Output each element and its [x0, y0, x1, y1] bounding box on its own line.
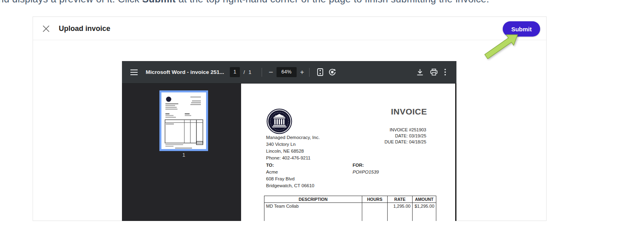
thumbnail-sidebar: 1 [122, 84, 241, 221]
company-address-line1: 340 Victory Ln [266, 141, 320, 148]
fit-page-icon[interactable] [317, 68, 323, 76]
invoice-page: Managed Democracy, Inc. 340 Victory Ln L… [241, 84, 456, 221]
page-total: 1 [248, 70, 251, 75]
zoom-in-button[interactable]: + [300, 69, 304, 76]
invoice-number: INVOICE #251903 [384, 127, 426, 133]
invoice-title: INVOICE [391, 107, 427, 117]
table-row: MD Team Collab 1,295.00 $1,295.00 [264, 203, 436, 221]
header-amount: AMOUNT [413, 196, 436, 203]
zoom-out-button[interactable]: − [268, 68, 273, 76]
zoom-level-input[interactable]: 64% [277, 67, 297, 77]
page-separator: / [244, 70, 245, 75]
header-hours: HOURS [362, 196, 388, 203]
company-name: Managed Democracy, Inc. [266, 134, 320, 141]
company-info: Managed Democracy, Inc. 340 Victory Ln L… [266, 134, 320, 161]
instruction-post: at the top right-hand corner of the page… [175, 0, 489, 4]
invoice-line-items-table: DESCRIPTION HOURS RATE AMOUNT MD Team Co… [264, 196, 436, 221]
thumbnail-page-preview [161, 92, 206, 149]
menu-icon[interactable] [130, 70, 138, 75]
document-title: Microsoft Word - invoice 251... [146, 61, 224, 83]
download-icon[interactable] [417, 69, 423, 76]
upload-invoice-modal: Upload invoice Submit Microsoft Word - i… [33, 16, 547, 221]
modal-header: Upload invoice Submit [33, 17, 546, 40]
for-value: PO#PO1539 [353, 169, 379, 176]
page-thumbnail[interactable] [159, 90, 208, 151]
company-logo [266, 108, 292, 134]
cell-amount: $1,295.00 [413, 203, 436, 221]
pdf-viewer: Microsoft Word - invoice 251... 1 / 1 − … [122, 61, 456, 221]
instruction-text: nd displays a preview of it. Click Submi… [0, 0, 489, 4]
cell-rate: 1,295.00 [388, 203, 413, 221]
header-description: DESCRIPTION [264, 196, 362, 203]
company-phone: Phone: 402-476-9211 [266, 155, 320, 161]
header-rate: RATE [388, 196, 413, 203]
invoice-meta: INVOICE #251903 DATE: 03/19/25 DUE DATE:… [384, 127, 426, 145]
company-address-line2: Lincoln, NE 68528 [266, 148, 320, 155]
cell-description: MD Team Collab [264, 203, 362, 221]
for-block: FOR: PO#PO1539 [353, 162, 379, 176]
for-label: FOR: [353, 162, 379, 169]
invoice-date: DATE: 03/19/25 [384, 133, 426, 139]
rotate-icon[interactable] [328, 68, 336, 76]
page-number-input[interactable]: 1 [230, 67, 240, 77]
to-line: Acme [266, 169, 314, 176]
bill-to-block: TO: Acme 608 Fray Blvd Bridgewatch, CT 0… [266, 162, 314, 189]
to-line: Bridgewatch, CT 06610 [266, 182, 314, 189]
invoice-due-date: DUE DATE: 04/18/25 [384, 139, 426, 145]
more-options-icon[interactable] [444, 69, 446, 76]
toolbar-divider [309, 68, 310, 77]
table-header-row: DESCRIPTION HOURS RATE AMOUNT [264, 196, 436, 203]
annotation-arrow [481, 32, 526, 62]
pdf-viewer-body: 1 [122, 84, 456, 221]
pdf-toolbar: Microsoft Word - invoice 251... 1 / 1 − … [122, 61, 456, 84]
toolbar-right-controls [417, 61, 446, 83]
close-icon[interactable] [43, 25, 50, 32]
instruction-bold-submit: Submit [142, 0, 175, 4]
toolbar-divider [262, 68, 262, 77]
to-line: 608 Fray Blvd [266, 176, 314, 182]
thumbnail-page-number: 1 [159, 152, 208, 158]
modal-title: Upload invoice [59, 17, 110, 40]
to-label: TO: [266, 162, 314, 169]
print-icon[interactable] [430, 69, 438, 76]
cell-hours [362, 203, 388, 221]
toolbar-center-controls: 1 / 1 − 64% + [230, 61, 336, 83]
thumbnail-content [161, 92, 206, 149]
instruction-pre: nd displays a preview of it. Click [0, 0, 142, 4]
